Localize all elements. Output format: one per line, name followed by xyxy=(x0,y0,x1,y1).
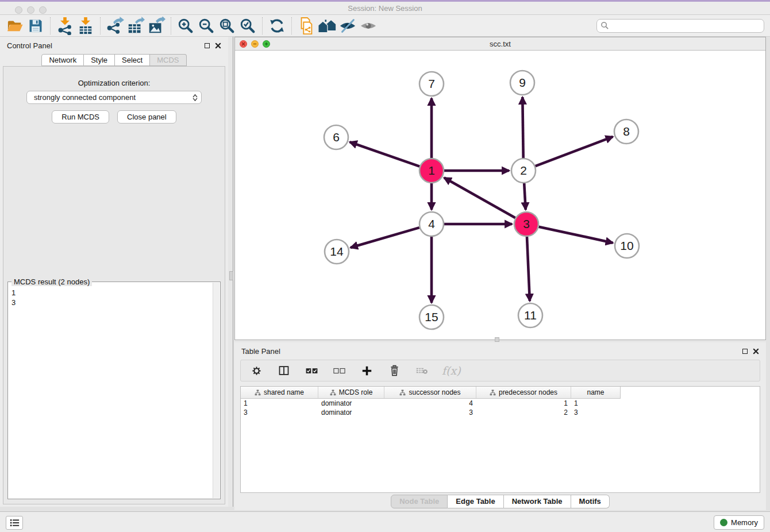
table-row[interactable]: 3dominator323 xyxy=(241,408,760,417)
zoom-out-icon[interactable] xyxy=(196,17,217,35)
table-cell[interactable]: 1 xyxy=(571,399,620,408)
network-window-controls xyxy=(240,40,270,48)
minimize-view-icon[interactable] xyxy=(251,40,259,48)
search-field[interactable] xyxy=(596,19,764,33)
graph-edge[interactable] xyxy=(522,97,523,158)
graph-node-3[interactable]: 3 xyxy=(514,212,538,236)
column-header-successor-nodes[interactable]: successor nodes xyxy=(384,387,476,398)
table-panel: Table Panel f(x) shared nameMCDS role xyxy=(234,342,766,510)
delete-column-trash-icon[interactable] xyxy=(387,363,402,379)
run-mcds-button[interactable]: Run MCDS xyxy=(52,110,109,124)
select-all-icon[interactable] xyxy=(304,363,319,379)
graph-node-2[interactable]: 2 xyxy=(511,159,536,183)
hide-selected-icon[interactable] xyxy=(337,17,358,35)
table-cell[interactable]: 3 xyxy=(571,408,620,417)
mcds-result-scrollbar[interactable] xyxy=(213,283,220,498)
refresh-icon[interactable] xyxy=(267,17,287,35)
close-panel-icon[interactable] xyxy=(215,43,221,49)
close-window-icon[interactable] xyxy=(15,6,22,14)
export-image-icon[interactable] xyxy=(146,17,167,35)
graph-node-6[interactable]: 6 xyxy=(324,125,348,149)
zoom-window-icon[interactable] xyxy=(39,6,47,14)
divider-grip[interactable] xyxy=(495,337,499,342)
graph-node-8[interactable]: 8 xyxy=(614,119,638,144)
panel-divider-vertical[interactable] xyxy=(228,37,234,507)
node-table-header: shared nameMCDS rolesuccessor nodesprede… xyxy=(241,387,621,399)
graph-edge[interactable] xyxy=(444,178,515,218)
graph-node-11[interactable]: 11 xyxy=(518,303,542,327)
table-settings-gear-icon[interactable] xyxy=(249,363,264,379)
table-cell[interactable]: 4 xyxy=(384,399,476,408)
criterion-value: strongly connected component xyxy=(34,93,136,102)
table-row[interactable]: 1dominator411 xyxy=(241,399,760,408)
tab-style[interactable]: Style xyxy=(84,54,115,66)
graph-edge[interactable] xyxy=(350,142,420,167)
search-input[interactable] xyxy=(609,20,764,32)
graph-node-7[interactable]: 7 xyxy=(419,72,444,96)
zoom-view-icon[interactable] xyxy=(263,40,270,48)
graph-node-4[interactable]: 4 xyxy=(419,212,444,236)
divider-grip[interactable] xyxy=(229,271,233,280)
import-network-icon[interactable] xyxy=(55,17,75,35)
table-cell[interactable]: 1 xyxy=(241,399,318,408)
toolbar-separator xyxy=(262,17,263,34)
import-table-icon[interactable] xyxy=(75,17,96,35)
add-column-icon[interactable] xyxy=(359,363,374,379)
graph-edge[interactable] xyxy=(536,137,613,166)
tab-node-table[interactable]: Node Table xyxy=(391,495,448,508)
save-session-icon[interactable] xyxy=(25,17,46,35)
list-icon xyxy=(10,519,20,527)
table-cell[interactable]: dominator xyxy=(318,408,384,417)
graph-edge[interactable] xyxy=(524,183,526,210)
table-cell[interactable]: 2 xyxy=(476,408,571,417)
graph-edge[interactable] xyxy=(539,227,613,243)
graph-edge[interactable] xyxy=(527,237,530,301)
clone-network-icon[interactable] xyxy=(296,17,317,35)
memory-button[interactable]: Memory xyxy=(714,515,764,530)
open-session-icon[interactable] xyxy=(5,17,25,35)
column-header-shared-name[interactable]: shared name xyxy=(241,387,318,398)
close-panel-icon[interactable] xyxy=(753,348,759,354)
table-cell[interactable]: 3 xyxy=(384,408,476,417)
export-table-icon[interactable] xyxy=(125,17,146,35)
graph-node-15[interactable]: 15 xyxy=(419,305,444,329)
deselect-all-icon[interactable] xyxy=(332,363,346,379)
graph-node-9[interactable]: 9 xyxy=(510,71,534,95)
network-window-titlebar[interactable]: scc.txt xyxy=(235,37,765,51)
show-all-icon[interactable] xyxy=(358,17,379,35)
zoom-fit-icon[interactable] xyxy=(217,17,237,35)
home-layout-icon[interactable] xyxy=(317,17,337,35)
float-panel-icon[interactable] xyxy=(742,349,748,354)
column-header-name[interactable]: name xyxy=(571,387,620,398)
show-columns-icon[interactable] xyxy=(276,363,291,379)
zoom-in-icon[interactable] xyxy=(175,17,196,35)
tab-network[interactable]: Network xyxy=(41,54,84,66)
tab-network-table[interactable]: Network Table xyxy=(504,495,571,508)
svg-text:1: 1 xyxy=(428,164,435,177)
zoom-selected-icon[interactable] xyxy=(237,17,258,35)
table-cell[interactable]: 1 xyxy=(476,399,571,408)
float-panel-icon[interactable] xyxy=(205,43,210,48)
criterion-dropdown[interactable]: strongly connected component xyxy=(26,91,202,104)
show-panels-button[interactable] xyxy=(6,516,23,530)
network-canvas[interactable]: 7968124314101511 xyxy=(235,51,765,340)
export-network-icon[interactable] xyxy=(105,17,125,35)
network-graph: 7968124314101511 xyxy=(235,51,765,340)
minimize-window-icon[interactable] xyxy=(27,6,34,14)
window-controls[interactable] xyxy=(15,6,47,14)
column-header-MCDS-role[interactable]: MCDS role xyxy=(318,387,384,398)
column-header-predecessor-nodes[interactable]: predecessor nodes xyxy=(476,387,571,398)
graph-node-10[interactable]: 10 xyxy=(615,234,639,258)
chevron-updown-icon xyxy=(192,94,198,101)
close-view-icon[interactable] xyxy=(240,40,247,48)
graph-edge[interactable] xyxy=(351,228,419,248)
tab-mcds[interactable]: MCDS xyxy=(150,54,186,66)
table-cell[interactable]: dominator xyxy=(318,399,384,408)
tab-select[interactable]: Select xyxy=(115,54,150,66)
tab-edge-table[interactable]: Edge Table xyxy=(448,495,503,508)
graph-node-1[interactable]: 1 xyxy=(419,159,444,183)
table-cell[interactable]: 3 xyxy=(241,408,318,417)
graph-node-14[interactable]: 14 xyxy=(325,240,349,264)
tab-motifs[interactable]: Motifs xyxy=(571,495,610,508)
close-panel-button[interactable]: Close panel xyxy=(117,110,176,124)
